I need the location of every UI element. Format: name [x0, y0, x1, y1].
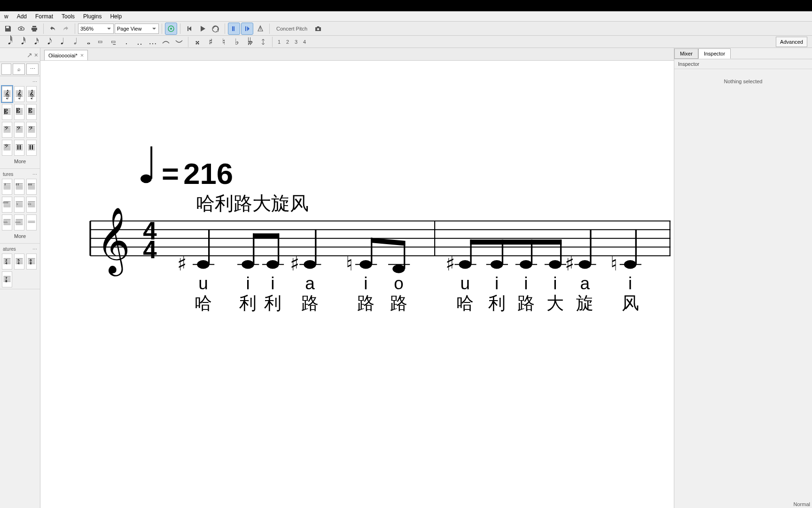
cloud-button[interactable] [15, 23, 27, 35]
save-button[interactable] [2, 23, 14, 35]
accidental-natural[interactable]: ♮ [610, 253, 617, 275]
note-9[interactable] [520, 260, 532, 269]
keysig-none[interactable] [26, 214, 37, 230]
accidental-sharp[interactable]: ♯ [177, 253, 187, 275]
instrument-name[interactable]: 哈利路大旋风 [196, 193, 309, 214]
keysig-3f[interactable]: ♭♭♭ [2, 214, 12, 230]
note-6[interactable] [392, 264, 405, 273]
tie-button[interactable] [160, 36, 172, 48]
note-whole[interactable]: 𝅝 [81, 36, 93, 48]
clef-treble-8vb[interactable]: 𝄞 [14, 86, 24, 102]
loop-out-button[interactable] [241, 23, 253, 35]
voice-4[interactable]: 4 [301, 37, 308, 47]
clef-treble[interactable]: 𝄞 [2, 86, 12, 102]
menu-add[interactable]: Add [13, 11, 31, 22]
note-3[interactable] [266, 260, 279, 269]
concert-pitch-button[interactable]: Concert Pitch [273, 26, 311, 32]
redo-button[interactable] [60, 23, 72, 35]
loop-in-button[interactable] [228, 23, 240, 35]
palette-close-icon[interactable]: × [34, 51, 38, 59]
note-1[interactable] [197, 260, 209, 269]
keysig-2f[interactable]: ♭♭ [26, 197, 37, 213]
lyrics-verse-2[interactable]: 哈 利 利 路 路 路 哈 利 路 大 旋 风 [195, 294, 639, 313]
more-clefs[interactable]: More [2, 156, 38, 167]
note-quarter[interactable]: 𝅘𝅥 [55, 36, 67, 48]
rewind-button[interactable] [183, 23, 195, 35]
slur-button[interactable] [173, 36, 185, 48]
note-longa[interactable]: ▭̲ [107, 36, 119, 48]
print-button[interactable] [28, 23, 40, 35]
voice-2[interactable]: 2 [284, 37, 291, 47]
timesig-9-8[interactable]: 78 [2, 271, 12, 287]
tab-inspector[interactable]: Inspector [698, 48, 731, 59]
flip-stem[interactable] [257, 36, 269, 48]
note-8[interactable] [491, 260, 503, 269]
view-mode-select[interactable]: Page View [115, 24, 159, 34]
count-in-button[interactable] [254, 23, 266, 35]
loop-button[interactable] [210, 23, 222, 35]
keysig-4f[interactable]: ♭♭♭♭ [14, 214, 24, 230]
note-7[interactable] [459, 260, 471, 269]
note-4[interactable] [304, 260, 316, 269]
keysig-2s[interactable]: ♯♯ [14, 179, 24, 195]
clef-perc[interactable] [14, 140, 24, 156]
clef-bass[interactable]: 𝄢 [2, 122, 12, 138]
menu-tools[interactable]: Tools [57, 11, 79, 22]
accidental-sharp[interactable]: ♯ [565, 253, 574, 275]
dot-single[interactable]: . [120, 36, 133, 48]
section-menu-icon[interactable]: ⋯ [32, 246, 37, 252]
dot-double[interactable]: ‥ [133, 36, 146, 48]
clef-bass-8va[interactable]: 𝄢 [26, 122, 37, 138]
menu-plugins[interactable]: Plugins [79, 11, 106, 22]
note-breve[interactable]: ▭ [94, 36, 106, 48]
palette-menu-button[interactable]: ⋯ [26, 64, 39, 75]
note-11[interactable] [579, 260, 591, 269]
palette-popout-icon[interactable]: ↗ [27, 51, 32, 59]
flat[interactable]: ♭ [231, 36, 243, 48]
menu-view[interactable]: w [0, 11, 13, 22]
natural[interactable]: ♮ [218, 36, 230, 48]
accidental-natural[interactable]: ♮ [346, 253, 353, 275]
note-5[interactable] [359, 260, 372, 269]
voice-1[interactable]: 1 [275, 37, 283, 47]
accidental-sharp[interactable]: ♯ [290, 253, 299, 275]
clef-bass2[interactable]: 𝄢 [2, 140, 12, 156]
tempo-marking[interactable]: = 216 [141, 146, 233, 190]
timesig-2-4[interactable]: 24 [2, 254, 12, 270]
sharp[interactable]: ♯ [204, 36, 217, 48]
accidental-sharp[interactable]: ♯ [445, 253, 455, 275]
metronome-button[interactable] [165, 23, 177, 35]
note-half[interactable]: 𝅗𝅥 [68, 36, 80, 48]
note-8th[interactable]: 𝅘𝅥𝅮 [41, 36, 54, 48]
section-menu-icon[interactable]: ⋯ [32, 79, 37, 84]
note-12[interactable] [624, 260, 636, 269]
note-10[interactable] [549, 260, 561, 269]
timesig-3-4[interactable]: 54 [14, 254, 24, 270]
document-tab[interactable]: Oiiaiooooiai* × [44, 50, 88, 60]
undo-button[interactable] [47, 23, 59, 35]
note-2[interactable] [242, 260, 254, 269]
play-button[interactable] [196, 23, 209, 35]
close-tab-icon[interactable]: × [80, 52, 84, 59]
palette-search-button[interactable]: ⌕ [13, 64, 25, 75]
palette-search-input[interactable] [1, 64, 11, 75]
lyrics-verse-1[interactable]: u i i a i o u i i i a i [198, 274, 632, 293]
camera-button[interactable] [312, 23, 324, 35]
clef-tenor[interactable]: 𝄡 [14, 104, 24, 120]
menu-format[interactable]: Format [31, 11, 57, 22]
voice-3[interactable]: 3 [292, 37, 300, 47]
note-64th[interactable]: 𝅘𝅥𝅱 [2, 36, 14, 48]
clef-perc2[interactable] [26, 140, 37, 156]
more-keysigs[interactable]: More [2, 230, 38, 242]
tab-mixer[interactable]: Mixer [674, 48, 698, 59]
zoom-select[interactable]: 356% [78, 24, 114, 34]
timesig-6-8[interactable]: 68 [26, 254, 37, 270]
keysig-1s[interactable]: ♯ [2, 179, 12, 195]
clef-tenor2[interactable]: 𝄡 [26, 104, 37, 120]
note-16th[interactable]: 𝅘𝅥𝅯 [28, 36, 40, 48]
note-32nd[interactable]: 𝅘𝅥𝅰 [15, 36, 27, 48]
dot-triple[interactable]: … [147, 36, 159, 48]
advanced-button[interactable]: Advanced [776, 37, 807, 47]
menu-help[interactable]: Help [106, 11, 126, 22]
score-canvas[interactable]: = 216 哈利路大旋风 𝄞 [40, 61, 674, 508]
